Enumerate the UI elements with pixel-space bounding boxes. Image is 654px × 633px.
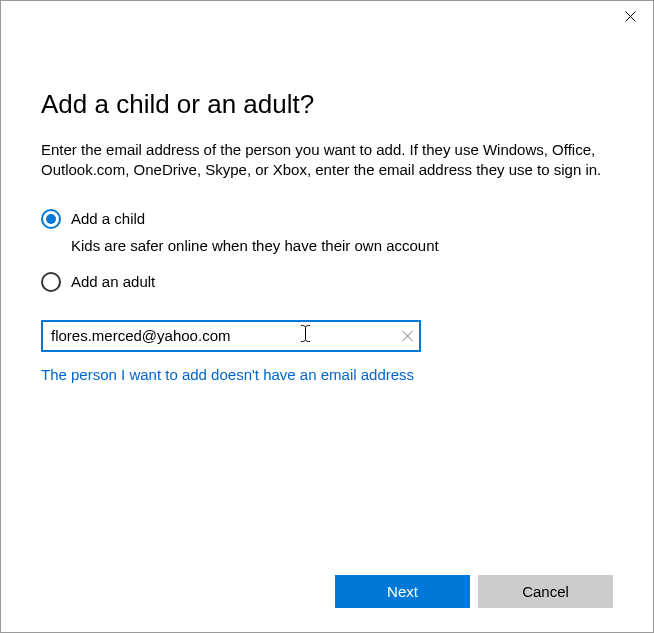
page-title: Add a child or an adult? <box>41 89 613 120</box>
account-type-group: Add a child Kids are safer online when t… <box>41 209 613 292</box>
dialog-content: Add a child or an adult? Enter the email… <box>1 31 653 383</box>
dialog-footer: Next Cancel <box>335 575 613 608</box>
radio-icon <box>41 272 61 292</box>
cancel-button[interactable]: Cancel <box>478 575 613 608</box>
child-subtext: Kids are safer online when they have the… <box>71 237 613 254</box>
clear-icon <box>402 330 413 341</box>
radio-icon <box>41 209 61 229</box>
no-email-link[interactable]: The person I want to add doesn't have an… <box>41 366 414 383</box>
close-icon <box>625 11 636 22</box>
radio-add-adult[interactable]: Add an adult <box>41 272 613 292</box>
email-input[interactable] <box>41 320 421 352</box>
close-button[interactable] <box>607 1 653 31</box>
radio-add-child[interactable]: Add a child <box>41 209 613 229</box>
radio-label-adult: Add an adult <box>71 273 155 290</box>
description-text: Enter the email address of the person yo… <box>41 140 613 181</box>
radio-label-child: Add a child <box>71 210 145 227</box>
titlebar <box>1 1 653 31</box>
next-button[interactable]: Next <box>335 575 470 608</box>
clear-input-button[interactable] <box>402 327 413 344</box>
email-input-wrap <box>41 320 421 352</box>
